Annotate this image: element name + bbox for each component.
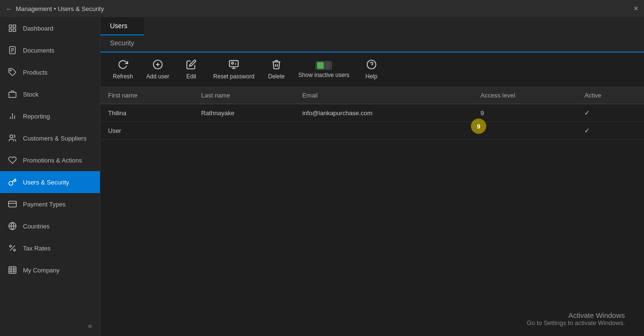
svg-point-13 [10,135,13,138]
sidebar-item-label: Documents [23,47,55,54]
cell-0-last-name: Rathnayake [194,104,295,122]
toolbar-show-inactive-users-label: Show inactive users [298,72,349,78]
toolbar-delete-label: Delete [268,73,285,80]
svg-rect-2 [9,29,11,32]
sidebar-item-tax-rates[interactable]: Tax Rates [0,237,100,259]
cell-0-email: info@lankapurchase.com [295,104,473,122]
sidebar-item-users-security[interactable]: Users & Security [0,171,100,193]
toolbar-reset-password-label: Reset password [213,73,254,80]
sidebar-item-label: Reporting [23,113,50,120]
help-icon [366,59,377,71]
column-header-last-name: Last name [194,87,295,104]
sidebar-item-label: Countries [23,223,50,230]
cell-1-first-name: User [100,122,194,140]
users-table: First nameLast nameEmailAccess levelActi… [100,87,644,140]
cell-0-active: ✓ [577,104,644,122]
close-button[interactable]: × [634,4,638,13]
svg-rect-0 [9,25,11,27]
table-row[interactable]: ThilinaRathnayakeinfo@lankapurchase.com9… [100,104,644,122]
svg-rect-14 [9,201,17,207]
toolbar-help-label: Help [365,73,377,80]
sidebar-item-stock[interactable]: Stock [0,83,100,105]
tab-users[interactable]: Users [100,17,144,35]
promotions-actions-icon [8,155,17,165]
svg-point-19 [10,245,11,247]
svg-rect-9 [9,92,16,98]
users-security-icon [8,177,17,187]
sidebar-item-products[interactable]: Products [0,61,100,83]
customers-suppliers-icon [8,133,17,143]
sidebar-item-countries[interactable]: Countries [0,215,100,237]
edit-icon [186,59,196,71]
content-area: UsersSecurity RefreshAdd userEditReset p… [100,17,644,336]
svg-point-8 [10,70,11,71]
toolbar-edit-label: Edit [186,73,196,80]
title-bar: ← Management • Users & Security × [0,0,644,17]
cell-1-access-level [473,122,577,140]
cell-1-active: ✓ [577,122,644,140]
column-header-access-level: Access level [473,87,577,104]
active-checkmark: ✓ [584,109,590,117]
column-header-first-name: First name [100,87,194,104]
cell-0-first-name: Thilina [100,104,194,122]
my-company-icon [8,265,17,275]
sidebar-collapse-button[interactable]: « [0,316,100,336]
tabs-bar: UsersSecurity [100,17,644,53]
documents-icon [8,45,17,55]
svg-line-18 [10,246,15,251]
countries-icon [8,221,17,231]
sidebar-item-label: Users & Security [23,179,69,186]
back-icon[interactable]: ← [6,5,12,12]
show-inactive-users-icon [316,61,332,70]
sidebar-item-dashboard[interactable]: Dashboard [0,17,100,39]
cell-1-last-name [194,122,295,140]
cell-1-email [295,122,473,140]
sidebar-item-documents[interactable]: Documents [0,39,100,61]
tax-rates-icon [8,243,17,253]
table-row[interactable]: User✓ [100,122,644,140]
add-user-icon [153,59,163,71]
sidebar-item-customers-suppliers[interactable]: Customers & Suppliers [0,127,100,149]
sidebar-item-promotions-actions[interactable]: Promotions & Actions [0,149,100,171]
sidebar-item-reporting[interactable]: Reporting [0,105,100,127]
toolbar-edit-button[interactable]: Edit [176,56,207,83]
refresh-icon [118,59,128,71]
products-icon [8,67,17,77]
tab-security[interactable]: Security [100,34,144,53]
toolbar-delete-button[interactable]: Delete [261,56,292,83]
sidebar-item-label: Customers & Suppliers [23,135,87,142]
stock-icon [8,89,17,99]
payment-types-icon [8,199,17,209]
sidebar-item-label: Promotions & Actions [23,157,82,164]
toolbar: RefreshAdd userEditReset passwordDelete … [100,53,644,87]
reporting-icon [8,111,17,121]
cell-0-access-level: 9 [473,104,577,122]
delete-icon [271,59,282,71]
reset-password-icon [229,59,239,71]
svg-rect-1 [13,25,16,27]
sidebar-item-my-company[interactable]: My Company [0,259,100,281]
toolbar-refresh-label: Refresh [113,73,133,80]
main-layout: DashboardDocumentsProductsStockReporting… [0,17,644,336]
svg-rect-32 [231,62,233,64]
toolbar-help-button[interactable]: Help [356,56,387,83]
svg-rect-3 [13,29,16,32]
active-checkmark: ✓ [584,127,590,134]
column-header-active: Active [577,87,644,104]
toolbar-reset-password-button[interactable]: Reset password [207,56,261,83]
sidebar-item-label: Payment Types [23,201,65,208]
sidebar-item-label: Tax Rates [23,245,51,252]
sidebar-item-label: Products [23,69,47,76]
toolbar-refresh-button[interactable]: Refresh [106,56,140,83]
toolbar-add-user-button[interactable]: Add user [140,56,176,83]
column-header-email: Email [295,87,473,104]
svg-point-20 [13,249,15,251]
toolbar-show-inactive-users-button[interactable]: Show inactive users [292,56,356,83]
sidebar-item-payment-types[interactable]: Payment Types [0,193,100,215]
sidebar: DashboardDocumentsProductsStockReporting… [0,17,100,336]
dashboard-icon [8,23,17,33]
sidebar-item-label: My Company [23,267,60,274]
sidebar-item-label: Dashboard [23,25,54,32]
svg-rect-21 [9,267,16,273]
table-container: First nameLast nameEmailAccess levelActi… [100,87,644,336]
